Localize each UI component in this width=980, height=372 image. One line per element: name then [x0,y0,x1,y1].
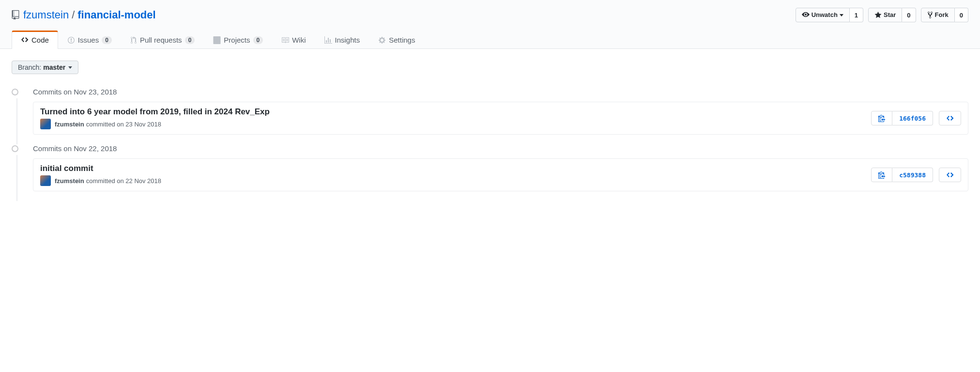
copy-sha-button[interactable] [871,168,892,182]
project-icon [213,36,221,44]
clipboard-icon [878,114,885,122]
commit-meta: fzumstein committed on 23 Nov 2018 [40,119,270,129]
browse-code-button[interactable] [939,111,961,125]
commit-time: committed on 23 Nov 2018 [86,121,161,128]
main-content: Branch: master Commits on Nov 23, 2018 T… [0,49,980,213]
star-icon [874,11,882,19]
commit-actions: c589388 [871,168,961,182]
tab-settings[interactable]: Settings [369,31,424,49]
projects-count: 0 [253,36,263,44]
tab-pulls-label: Pull requests [140,36,182,44]
fork-icon [927,11,933,19]
watch-group: Unwatch 1 [796,8,863,22]
commits-listing: Commits on Nov 23, 2018 Turned into 6 ye… [12,88,968,201]
code-icon [21,36,29,44]
code-icon [946,114,954,122]
repo-header: fzumstein / financial-model Unwatch 1 St… [0,0,980,49]
star-button[interactable]: Star [868,8,902,22]
browse-code-button[interactable] [939,168,961,182]
watch-count[interactable]: 1 [850,8,863,22]
commit-row: initial commit fzumstein committed on 22… [33,158,968,191]
commit-group-date: Commits on Nov 22, 2018 [33,144,117,153]
tab-projects[interactable]: Projects 0 [204,31,272,49]
repo-name-link[interactable]: financial-model [77,9,155,21]
commit-message-link[interactable]: initial commit [40,164,161,173]
sha-group: c589388 [871,168,933,182]
star-count[interactable]: 0 [902,8,916,22]
code-icon [946,171,954,179]
tab-insights-label: Insights [335,36,360,44]
tab-issues[interactable]: Issues 0 [58,31,121,49]
tab-insights[interactable]: Insights [315,31,369,49]
star-group: Star 0 [868,8,916,22]
commit-sha-link[interactable]: c589388 [892,168,933,182]
clipboard-icon [878,171,885,179]
tab-wiki[interactable]: Wiki [272,31,315,49]
commit-group: Commits on Nov 22, 2018 initial commit f… [12,144,968,201]
commit-time: committed on 22 Nov 2018 [86,177,161,185]
tab-issues-label: Issues [78,36,99,44]
pull-request-icon [130,36,137,44]
commit-group-date: Commits on Nov 23, 2018 [33,88,117,96]
repo-separator: / [72,9,75,21]
tab-code[interactable]: Code [12,31,58,49]
branch-select-button[interactable]: Branch: master [12,61,78,74]
avatar[interactable] [40,119,51,129]
book-icon [281,36,289,44]
star-label: Star [884,10,896,20]
commit-group-title: Commits on Nov 23, 2018 [33,88,968,96]
pulls-count: 0 [185,36,195,44]
fork-count[interactable]: 0 [955,8,968,22]
unwatch-button[interactable]: Unwatch [796,8,850,22]
repo-head-row: fzumstein / financial-model Unwatch 1 St… [12,8,968,22]
unwatch-label: Unwatch [812,10,838,20]
repo-icon [12,10,19,20]
graph-icon [324,36,332,44]
branch-value: master [43,63,65,71]
commit-actions: 166f056 [871,111,961,125]
tab-settings-label: Settings [389,36,415,44]
fork-group: Fork 0 [921,8,968,22]
commit-author-link[interactable]: fzumstein [55,177,84,185]
copy-sha-button[interactable] [871,111,892,125]
tab-code-label: Code [31,36,49,44]
tab-pulls[interactable]: Pull requests 0 [121,31,204,49]
commit-group: Commits on Nov 23, 2018 Turned into 6 ye… [12,88,968,144]
tab-projects-label: Projects [224,36,250,44]
commit-sha-link[interactable]: 166f056 [892,111,933,125]
repo-owner-link[interactable]: fzumstein [23,9,69,21]
commit-row: Turned into 6 year model from 2019, fill… [33,102,968,135]
issue-icon [67,36,75,44]
eye-icon [802,11,810,19]
commit-message-link[interactable]: Turned into 6 year model from 2019, fill… [40,107,270,117]
sha-group: 166f056 [871,111,933,125]
issues-count: 0 [102,36,112,44]
tab-wiki-label: Wiki [292,36,306,44]
fork-button[interactable]: Fork [921,8,955,22]
gear-icon [378,36,386,44]
commit-meta: fzumstein committed on 22 Nov 2018 [40,175,161,186]
page-actions: Unwatch 1 Star 0 Fork 0 [796,8,968,22]
fork-label: Fork [935,10,949,20]
commit-author-link[interactable]: fzumstein [55,121,84,128]
avatar[interactable] [40,175,51,186]
commit-info: Turned into 6 year model from 2019, fill… [40,107,270,129]
repo-nav: Code Issues 0 Pull requests 0 Projects 0… [12,30,968,48]
timeline-dot-icon [12,89,18,95]
timeline-dot-icon [12,145,18,152]
caret-down-icon [68,66,72,69]
caret-down-icon [840,14,843,16]
branch-label: Branch: [18,63,41,71]
commit-group-title: Commits on Nov 22, 2018 [33,144,968,153]
commit-info: initial commit fzumstein committed on 22… [40,164,161,186]
repo-title: fzumstein / financial-model [12,9,156,21]
